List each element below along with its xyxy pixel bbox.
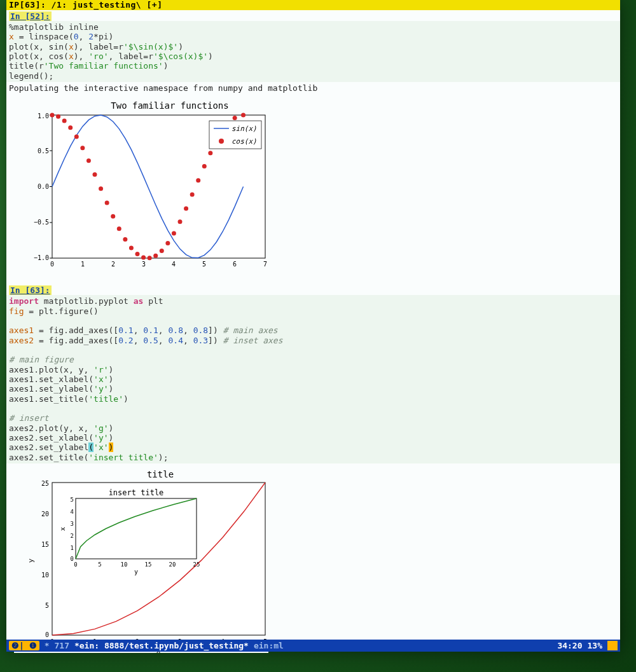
svg-text:3: 3 bbox=[142, 261, 146, 268]
svg-text:5: 5 bbox=[98, 561, 101, 568]
svg-text:10: 10 bbox=[121, 561, 128, 568]
svg-point-20 bbox=[62, 119, 67, 123]
svg-point-23 bbox=[80, 146, 85, 151]
buffer-name[interactable]: *ein: 8888/test.ipynb/just_testing* bbox=[74, 641, 249, 650]
svg-point-39 bbox=[178, 219, 183, 224]
svg-text:1: 1 bbox=[71, 545, 74, 551]
svg-point-30 bbox=[123, 237, 127, 242]
svg-text:0: 0 bbox=[74, 561, 77, 568]
workspace-indicator[interactable]: ❷| ❶ bbox=[9, 641, 39, 650]
svg-text:1: 1 bbox=[81, 261, 85, 268]
svg-point-31 bbox=[129, 246, 134, 250]
svg-point-34 bbox=[148, 256, 152, 261]
svg-text:4: 4 bbox=[71, 509, 74, 515]
svg-text:2: 2 bbox=[71, 533, 74, 539]
svg-text:sin(x): sin(x) bbox=[232, 125, 257, 133]
svg-text:0.0: 0.0 bbox=[38, 183, 49, 190]
svg-point-32 bbox=[135, 252, 140, 256]
main-ylabel: y bbox=[27, 558, 35, 563]
editor-window: IP[63]: /1: just_testing\ [+] In [52]: %… bbox=[6, 0, 620, 652]
svg-point-43 bbox=[202, 164, 207, 168]
svg-text:5: 5 bbox=[71, 497, 74, 503]
svg-point-48 bbox=[233, 116, 237, 120]
svg-point-19 bbox=[56, 114, 60, 119]
stdout-output: Populating the interactive namespace fro… bbox=[6, 82, 620, 94]
svg-text:0: 0 bbox=[50, 261, 54, 268]
svg-text:2: 2 bbox=[111, 261, 115, 268]
inset-xlabel: y bbox=[134, 568, 138, 575]
svg-text:10: 10 bbox=[41, 572, 49, 579]
svg-text:7: 7 bbox=[263, 261, 267, 268]
svg-point-24 bbox=[86, 159, 91, 163]
svg-point-42 bbox=[196, 179, 200, 183]
matching-paren-highlight: ( bbox=[88, 442, 93, 452]
major-mode: ein:ml bbox=[254, 641, 284, 650]
cursor-position: ) bbox=[109, 442, 114, 452]
svg-text:0: 0 bbox=[71, 556, 74, 562]
cursor-position-indicator: 34:20 bbox=[557, 641, 582, 650]
svg-point-27 bbox=[105, 201, 109, 205]
svg-point-29 bbox=[117, 227, 121, 231]
svg-point-21 bbox=[68, 125, 73, 130]
svg-text:15: 15 bbox=[145, 561, 152, 568]
inset-title: insert title bbox=[109, 488, 164, 497]
modeline-end-icon bbox=[607, 641, 618, 650]
line-count: 717 bbox=[54, 641, 69, 650]
modeline[interactable]: ❷| ❶ * 717 *ein: 8888/test.ipynb/just_te… bbox=[6, 640, 620, 652]
main-y-ticks: 252015 1050 bbox=[41, 480, 49, 638]
svg-point-18 bbox=[50, 113, 55, 118]
svg-text:4: 4 bbox=[172, 261, 176, 268]
svg-text:−0.5: −0.5 bbox=[34, 219, 49, 226]
svg-point-35 bbox=[153, 254, 158, 258]
svg-point-22 bbox=[74, 135, 79, 139]
window-titlebar: IP[63]: /1: just_testing\ [+] bbox=[6, 0, 620, 10]
svg-rect-67 bbox=[76, 498, 197, 559]
svg-text:5: 5 bbox=[45, 602, 49, 609]
chart-title: Two familiar functions bbox=[111, 100, 228, 111]
svg-point-36 bbox=[160, 249, 164, 253]
svg-point-40 bbox=[184, 207, 188, 211]
chart-legend: sin(x) cos(x) bbox=[209, 121, 261, 149]
plot-area: 1.0 0.5 0.0 −0.5 −1.0 012 345 67 bbox=[34, 113, 267, 268]
code-input[interactable]: import matplotlib.pyplot as plt fig = pl… bbox=[6, 295, 620, 463]
code-input[interactable]: %matplotlib inline x = linspace(0, 2*pi)… bbox=[6, 21, 620, 82]
y-axis-ticks: 1.0 0.5 0.0 −0.5 −1.0 bbox=[34, 113, 52, 261]
svg-text:20: 20 bbox=[41, 511, 49, 518]
svg-text:3: 3 bbox=[71, 521, 74, 527]
svg-text:cos(x): cos(x) bbox=[232, 137, 257, 146]
cell-63: In [63]: import matplotlib.pyplot as plt… bbox=[6, 284, 620, 655]
chart-title-with-inset: title 252015 1050 012 345 x y insert tit… bbox=[14, 469, 268, 653]
svg-point-25 bbox=[93, 172, 97, 177]
svg-text:6: 6 bbox=[233, 261, 237, 268]
svg-text:25: 25 bbox=[193, 561, 200, 568]
svg-point-33 bbox=[141, 256, 146, 260]
svg-text:1.0: 1.0 bbox=[38, 113, 49, 120]
svg-text:15: 15 bbox=[41, 541, 49, 548]
x-axis-ticks: 012 345 67 bbox=[50, 261, 267, 268]
svg-text:5: 5 bbox=[202, 261, 206, 268]
chart-title: title bbox=[147, 469, 174, 479]
svg-point-41 bbox=[190, 193, 195, 197]
input-prompt[interactable]: In [63]: bbox=[9, 285, 52, 295]
svg-point-26 bbox=[99, 187, 103, 191]
svg-point-28 bbox=[111, 214, 115, 219]
svg-point-37 bbox=[165, 241, 170, 245]
svg-text:25: 25 bbox=[41, 480, 49, 487]
input-prompt[interactable]: In [52]: bbox=[9, 11, 52, 21]
svg-text:0.5: 0.5 bbox=[38, 147, 49, 154]
chart-two-familiar-functions: Two familiar functions 1.0 0.5 0.0 −0.5 … bbox=[14, 99, 268, 271]
cell-52: In [52]: %matplotlib inline x = linspace… bbox=[6, 10, 620, 273]
svg-point-44 bbox=[208, 151, 212, 156]
modified-star: * bbox=[45, 641, 50, 650]
scroll-percent: 13% bbox=[588, 641, 602, 650]
svg-text:0: 0 bbox=[45, 631, 49, 638]
inset-ylabel: x bbox=[59, 527, 66, 531]
svg-text:20: 20 bbox=[169, 561, 176, 568]
svg-point-38 bbox=[172, 231, 176, 236]
svg-point-53 bbox=[219, 139, 224, 144]
svg-point-49 bbox=[241, 113, 245, 118]
svg-text:−1.0: −1.0 bbox=[34, 254, 49, 261]
